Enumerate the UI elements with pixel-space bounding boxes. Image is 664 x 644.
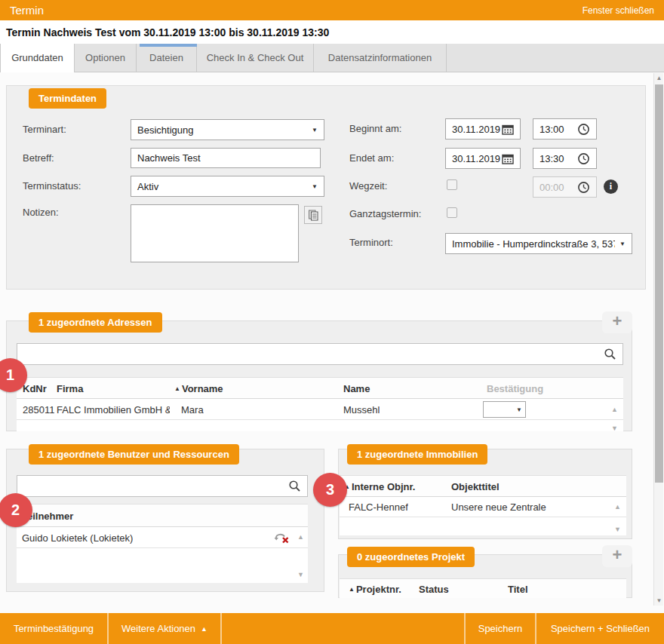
ganztagstermin-label: Ganztagstermin: — [349, 208, 421, 219]
immobilien-badge: 1 zugeordnete Immobilien — [347, 444, 487, 465]
text-template-button[interactable] — [304, 206, 322, 224]
speichern-button[interactable]: Speichern — [466, 613, 535, 644]
tab-datensatzinformationen[interactable]: Datensatzinformationen — [314, 44, 447, 72]
endet-time-input[interactable]: 13:30 — [533, 148, 597, 169]
adressen-row[interactable]: 285011 FALC Immobilien GmbH & ... Mara M… — [17, 399, 623, 420]
teilnehmer-row[interactable]: Guido Lokietek (Lokietek) ▲ — [17, 527, 308, 548]
tab-grunddaten[interactable]: Grunddaten — [0, 44, 75, 72]
page-scrollbar: ▲ ▼ — [653, 73, 663, 606]
terminstatus-select[interactable]: Aktiv ▼ — [131, 176, 324, 197]
clock-icon[interactable] — [577, 152, 590, 165]
clock-icon[interactable] — [577, 123, 590, 136]
annotation-circle-3: 3 — [313, 473, 347, 507]
remove-participant-icon[interactable] — [274, 531, 290, 544]
ganztagstermin-checkbox[interactable] — [447, 207, 457, 218]
beginnt-time-input[interactable]: 13:00 — [533, 118, 597, 140]
terminbestaetigung-button[interactable]: Terminbestätigung — [0, 613, 107, 644]
projekt-header-row: ▲Projektnr. Status Titel — [340, 579, 626, 598]
notizen-label: Notizen: — [23, 207, 59, 218]
benutzer-search-input[interactable] — [23, 480, 288, 492]
scroll-up-icon[interactable]: ▲ — [611, 406, 618, 413]
wegzeit-label: Wegzeit: — [349, 180, 387, 192]
search-icon[interactable] — [604, 348, 616, 360]
scroll-down-icon[interactable]: ▼ — [611, 425, 618, 432]
tab-dateien[interactable]: Dateien — [137, 44, 197, 72]
col-kdnr[interactable]: KdNr — [23, 383, 47, 394]
weitere-aktionen-label: Weitere Aktionen — [121, 623, 195, 634]
add-address-button[interactable]: + — [602, 311, 632, 333]
address-search-input[interactable] — [23, 348, 604, 360]
terminstatus-value: Aktiv — [137, 181, 158, 192]
benutzer-search — [17, 475, 308, 497]
betreff-label: Betreff: — [23, 152, 54, 164]
cell-vorname: Mara — [181, 404, 204, 416]
col-interne-objnr[interactable]: ▲Interne Objnr. — [344, 481, 415, 492]
scroll-down-icon[interactable]: ▼ — [297, 571, 304, 578]
projekt-badge: 0 zugeordnetes Projekt — [347, 547, 475, 567]
info-icon[interactable]: i — [604, 179, 618, 194]
endet-am-label: Endet am: — [349, 152, 394, 164]
terminart-select[interactable]: Besichtigung ▼ — [131, 119, 324, 140]
col-status[interactable]: Status — [419, 584, 449, 595]
cell-objekttitel: Unsere neue Zentrale — [451, 501, 546, 513]
endet-date-input[interactable]: 30.11.2019 — [445, 148, 521, 169]
cell-kdnr: 285011 — [23, 404, 54, 416]
tab-bar: Grunddaten Optionen Dateien Check In & C… — [0, 44, 664, 72]
endet-time-value: 13:30 — [540, 153, 564, 164]
betreff-input[interactable]: Nachweis Test — [131, 148, 321, 168]
cell-name: Mussehl — [343, 404, 380, 416]
terminart-label: Terminart: — [23, 124, 66, 135]
search-icon[interactable] — [288, 480, 301, 492]
wegzeit-time-input: 00:00 — [533, 176, 597, 198]
close-window-button[interactable]: Fenster schließen — [583, 5, 654, 16]
scrollbar-up-icon[interactable]: ▲ — [654, 75, 664, 81]
notes-pages-icon — [308, 210, 319, 221]
teilnehmer-table: Teilnehmer Guido Lokietek (Lokietek) ▲ ▼ — [17, 504, 308, 583]
tab-optionen[interactable]: Optionen — [75, 44, 137, 72]
record-title: Termin Nachweis Test vom 30.11.2019 13:0… — [0, 20, 664, 44]
terminort-value: Immobilie - Humperdinckstraße 3, 537 — [452, 238, 615, 250]
action-bar: Terminbestätigung Weitere Aktionen ▲ Spe… — [0, 613, 664, 644]
clock-icon — [577, 181, 590, 194]
terminort-label: Terminort: — [349, 237, 393, 248]
chevron-up-icon: ▲ — [201, 625, 208, 633]
add-project-button[interactable]: + — [602, 545, 632, 567]
immobilien-row[interactable]: FALC-Hennef Unsere neue Zentrale ▲ — [340, 497, 626, 517]
scrollbar-thumb[interactable] — [655, 84, 663, 483]
col-vorname[interactable]: ▲Vorname — [174, 383, 223, 394]
scroll-down-icon[interactable]: ▼ — [614, 526, 621, 533]
cell-teilnehmer-name: Guido Lokietek (Lokietek) — [22, 532, 133, 544]
betreff-value: Nachweis Test — [137, 152, 201, 164]
beginnt-am-label: Beginnt am: — [349, 123, 401, 134]
teilnehmer-header-row: Teilnehmer — [17, 504, 308, 527]
col-projektnr[interactable]: ▲Projektnr. — [349, 584, 401, 595]
col-titel[interactable]: Titel — [508, 584, 528, 595]
tab-indicator — [140, 44, 197, 47]
tab-check-in-out[interactable]: Check In & Check Out — [197, 44, 314, 72]
beginnt-time-value: 13:00 — [540, 124, 564, 135]
wegzeit-checkbox[interactable] — [447, 179, 457, 190]
notizen-textarea[interactable] — [131, 204, 299, 262]
col-firma[interactable]: Firma — [57, 383, 83, 394]
scroll-up-icon[interactable]: ▲ — [297, 533, 304, 541]
col-name[interactable]: Name — [343, 383, 370, 394]
chevron-down-icon: ▼ — [516, 406, 522, 413]
chevron-down-icon: ▼ — [619, 241, 626, 247]
window-title: Termin — [10, 4, 44, 17]
calendar-icon[interactable] — [502, 124, 514, 135]
cell-firma: FALC Immobilien GmbH & ... — [57, 404, 170, 416]
terminort-select[interactable]: Immobilie - Humperdinckstraße 3, 537 ▼ — [445, 233, 632, 254]
bestaetigung-select[interactable]: ▼ — [483, 401, 526, 418]
calendar-icon[interactable] — [502, 153, 514, 164]
annotation-circle-2: 2 — [0, 493, 32, 527]
scroll-up-icon[interactable]: ▲ — [614, 503, 621, 511]
col-objekttitel[interactable]: Objekttitel — [451, 481, 500, 492]
speichern-schliessen-button[interactable]: Speichern + Schließen — [536, 613, 664, 644]
record-title-text: Termin Nachweis Test vom 30.11.2019 13:0… — [6, 26, 329, 38]
terminart-value: Besichtigung — [137, 124, 193, 136]
scrollbar-down-icon[interactable]: ▼ — [654, 597, 664, 604]
sort-asc-icon: ▲ — [174, 385, 180, 392]
weitere-aktionen-button[interactable]: Weitere Aktionen ▲ — [109, 613, 220, 644]
immobilien-table: ▲Interne Objnr. Objekttitel FALC-Hennef … — [340, 475, 626, 535]
beginnt-date-input[interactable]: 30.11.2019 — [445, 118, 521, 140]
